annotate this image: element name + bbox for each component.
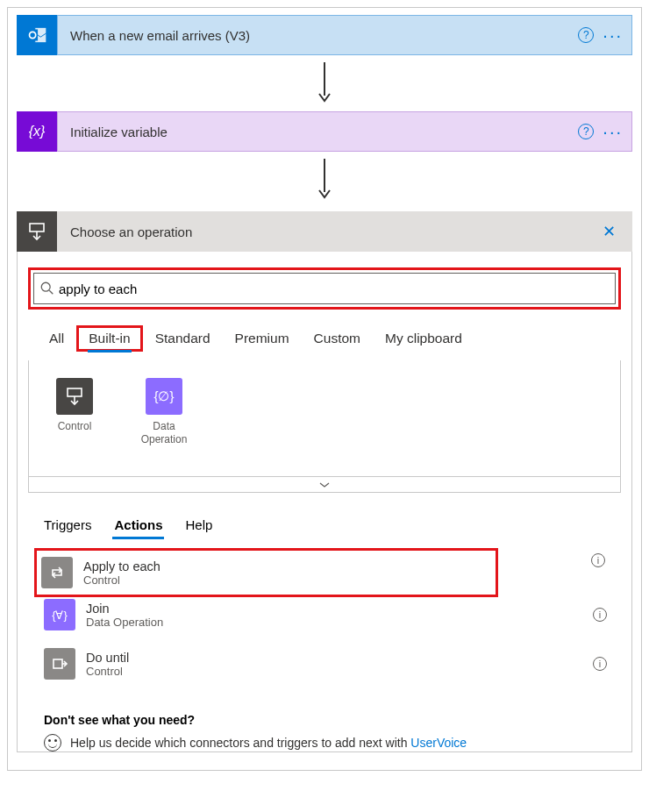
close-icon[interactable]: ✕ (596, 222, 623, 241)
choose-title: Choose an operation (70, 224, 596, 239)
footer-heading: Don't see what you need? (44, 713, 621, 727)
search-input[interactable] (55, 280, 610, 298)
choose-operation-header: Choose an operation ✕ (17, 211, 632, 252)
variable-icon: {x} (17, 111, 57, 152)
step-initialize-variable[interactable]: {x} Initialize variable ? ··· (17, 111, 632, 152)
uservoice-link[interactable]: UserVoice (410, 736, 467, 750)
collapse-toggle[interactable] (28, 477, 621, 493)
result-tabstrip: Triggers Actions Help (44, 517, 621, 539)
footer-suggestion: Don't see what you need? Help us decide … (44, 713, 621, 751)
join-icon: {∀} (44, 599, 75, 630)
more-menu-icon[interactable]: ··· (603, 130, 623, 133)
flow-arrow (8, 157, 641, 201)
tab-built-in[interactable]: Built-in (76, 325, 142, 352)
svg-text:{x}: {x} (29, 124, 46, 139)
search-highlight (28, 267, 621, 310)
connector-grid: Control {∅} Data Operation (28, 360, 621, 477)
loop-icon (41, 557, 73, 588)
connector-label: Data Operation (132, 420, 196, 446)
action-title: Do until (86, 651, 593, 665)
search-icon (39, 281, 55, 296)
tab-my-clipboard[interactable]: My clipboard (373, 325, 474, 352)
flow-arrow (8, 61, 641, 104)
search-box[interactable] (33, 273, 616, 304)
tab-all[interactable]: All (37, 325, 76, 352)
svg-rect-7 (30, 224, 44, 231)
step-title: Initialize variable (70, 125, 578, 139)
svg-point-9 (41, 282, 50, 291)
connector-label: Control (43, 420, 106, 433)
tab-custom[interactable]: Custom (302, 325, 373, 352)
step-email-trigger[interactable]: When a new email arrives (V3) ? ··· (17, 15, 632, 55)
operation-panel: All Built-in Standard Premium Custom My … (17, 252, 632, 752)
more-menu-icon[interactable]: ··· (603, 33, 623, 37)
subtab-actions[interactable]: Actions (114, 517, 162, 539)
info-icon[interactable]: i (593, 608, 607, 622)
action-subtitle: Data Operation (86, 616, 593, 629)
action-title: Join (86, 602, 593, 616)
info-icon[interactable]: i (591, 553, 605, 567)
info-icon[interactable]: i (593, 657, 607, 671)
action-subtitle: Control (86, 665, 593, 678)
connector-data-operation[interactable]: {∅} Data Operation (132, 378, 196, 446)
svg-text:{∀}: {∀} (52, 609, 68, 622)
outlook-icon (17, 15, 57, 55)
step-title: When a new email arrives (V3) (70, 28, 578, 43)
svg-line-10 (49, 290, 53, 294)
control-icon (56, 378, 93, 415)
help-icon[interactable]: ? (578, 124, 594, 139)
subtab-help[interactable]: Help (185, 517, 212, 539)
action-title: Apply to each (83, 559, 491, 573)
svg-rect-11 (68, 388, 82, 396)
footer-text: Help us decide which connectors and trig… (70, 736, 410, 750)
action-do-until[interactable]: Do until Control i (37, 639, 621, 688)
data-operation-icon: {∅} (146, 378, 182, 415)
smiley-icon (44, 734, 61, 751)
category-tabstrip: All Built-in Standard Premium Custom My … (37, 322, 631, 355)
tab-premium[interactable]: Premium (223, 325, 302, 352)
action-join[interactable]: {∀} Join Data Operation i (37, 590, 621, 639)
chevron-down-icon (318, 481, 331, 488)
help-icon[interactable]: ? (578, 27, 594, 43)
tab-standard[interactable]: Standard (143, 325, 223, 352)
operation-icon (17, 211, 57, 252)
action-subtitle: Control (83, 573, 491, 587)
action-list: Apply to each Control i {∀} Join Data Op… (37, 548, 621, 688)
connector-control[interactable]: Control (43, 378, 106, 446)
svg-rect-15 (53, 659, 62, 668)
subtab-triggers[interactable]: Triggers (44, 517, 91, 539)
svg-text:{∅}: {∅} (153, 388, 174, 403)
until-icon (44, 648, 75, 680)
